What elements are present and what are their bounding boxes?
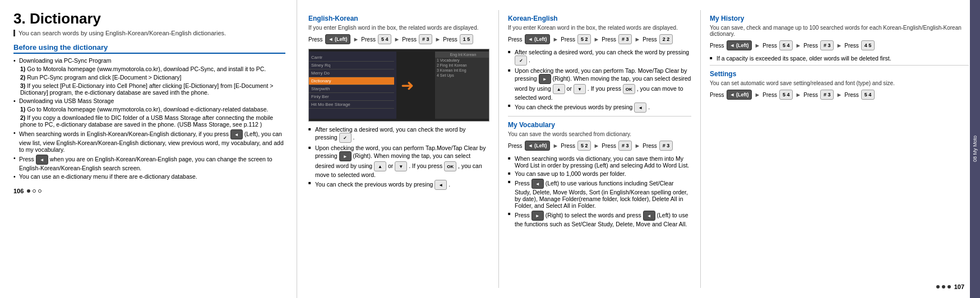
mh-btn-45[interactable]: 4 5 — [861, 40, 875, 50]
subtitle: You can search words by using English-Ko… — [13, 30, 285, 36]
settings-title: Settings — [710, 70, 969, 78]
arrow-3: ► — [434, 36, 441, 43]
st-press-word-4: Press — [844, 92, 859, 98]
bullet-press: Press ◄ when you are on English-Korean/K… — [13, 155, 285, 171]
ke-press-word-1: Press — [508, 36, 523, 43]
mv-btn-52[interactable]: 5 2 — [577, 141, 591, 151]
st-btn-hash3[interactable]: # 3 — [820, 90, 834, 100]
mh-btn-left[interactable]: ◄ (Left) — [727, 40, 752, 50]
panel-title: Eng Int Korean — [435, 52, 489, 58]
mh-press-word-1: Press — [710, 43, 724, 49]
my-vocab-desc: You can save the words searched from dic… — [508, 131, 691, 137]
kor-eng-bullet-1: After selecting a desired word, you can … — [508, 49, 691, 66]
mh-arrow-1: ► — [754, 42, 760, 49]
mh-arrow-2: ► — [795, 42, 801, 49]
dot3 — [38, 189, 41, 193]
btn-15[interactable]: 1 5 — [460, 34, 474, 44]
st-arrow-1: ► — [754, 91, 760, 98]
my-vocab-bullet-4: Press ► (Right) to select the words and … — [508, 211, 691, 227]
eng-kor-bullet-2: Upon checking the word, you can perform … — [308, 145, 489, 178]
english-korean-col: English-Korean If you enter English word… — [308, 10, 499, 288]
mv-btn-hash3b[interactable]: # 3 — [659, 141, 673, 151]
menu-dictionary: Dictionary — [309, 77, 394, 85]
mv-arrow-2: ► — [593, 142, 599, 149]
st-press-word-3: Press — [803, 92, 818, 98]
my-history-press-seq: Press ◄ (Left) ► Press 5 4 ► Press # 3 ►… — [710, 40, 969, 50]
eng-kor-bullet-1: After selecting a desired word, you can … — [308, 126, 489, 143]
settings-press-seq: Press ◄ (Left) ► Press 5 4 ► Press # 3 ►… — [710, 90, 969, 100]
bullet-edic: You can use an e-dictionary menu if ther… — [13, 173, 285, 180]
kor-eng-press-seq: Press ◄ (Left) ► Press 5 2 ► Press # 3 ►… — [508, 34, 691, 44]
mv-press-word-4: Press — [642, 143, 657, 149]
num-pc-3: 3) If you select [Put E-Dictionary into … — [13, 82, 285, 96]
mv-btn-left[interactable]: ◄ (Left) — [525, 141, 551, 151]
bullet-pc: Downloading via PC-Sync Program — [13, 57, 285, 64]
ke-arrow-2: ► — [593, 36, 599, 43]
screenshot-right-panel: Eng Int Korean 1 Vocabulary 2 Fing Int K… — [435, 52, 489, 119]
num-pc-1: 1) Go to Motorola homepage (www.mymotoro… — [13, 66, 285, 72]
screenshot-menu-panel: Carrir Silney Rq Merry Do Dictionary Sta… — [308, 52, 396, 119]
ke-press-word-3: Press — [602, 36, 616, 43]
history-settings-col: 08 My Moto My History You can save, chec… — [701, 10, 969, 288]
page-dots-left — [27, 189, 41, 193]
ke-btn-left[interactable]: ◄ (Left) — [525, 34, 551, 44]
menu-merry: Merry Do — [309, 69, 394, 77]
dot-r2 — [942, 285, 945, 288]
st-btn-54b[interactable]: 5 4 — [861, 90, 875, 100]
bullet-usb: Downloading via USB Mass Storage — [13, 97, 285, 104]
right-page: English-Korean If you enter English word… — [297, 0, 980, 298]
press-word-1: Press — [308, 36, 323, 43]
arrow-1: ► — [353, 36, 359, 43]
screenshot-area: Carrir Silney Rq Merry Do Dictionary Sta… — [308, 49, 489, 122]
mh-btn-hash3[interactable]: # 3 — [820, 40, 834, 50]
page-container: 3. Dictionary You can search words by us… — [0, 0, 980, 298]
st-btn-left[interactable]: ◄ (Left) — [727, 90, 752, 100]
mv-arrow-1: ► — [552, 142, 558, 149]
korean-english-col: Korean-English If you enter Korean word … — [499, 10, 701, 288]
ke-btn-hash3[interactable]: # 3 — [618, 34, 632, 44]
mv-btn-hash3[interactable]: # 3 — [618, 141, 632, 151]
dot2 — [33, 189, 36, 193]
btn-54[interactable]: 5 4 — [378, 34, 392, 44]
menu-finly: Finly Ber — [309, 93, 394, 101]
page-number-left: 106 — [13, 188, 41, 194]
panel-item-4: 4 Set Ups — [435, 73, 489, 78]
st-btn-54[interactable]: 5 4 — [779, 90, 793, 100]
ke-btn-22[interactable]: 2 2 — [659, 34, 673, 44]
ke-press-word-4: Press — [642, 36, 657, 43]
panel-item-2: 2 Fing Int Korean — [435, 63, 489, 68]
ke-btn-52[interactable]: 5 2 — [577, 34, 591, 44]
side-tab: 08 My Moto — [970, 0, 980, 298]
eng-kor-press-seq: Press ◄ (Left) ► Press 5 4 ► Press # 3 ►… — [308, 34, 489, 44]
my-vocab-title: My Vocabulary — [508, 121, 691, 129]
eng-kor-bullet-3: You can check the previous words by pres… — [308, 180, 489, 190]
num-usb-1: 1) Go to Motorola homepage (www.mymotoro… — [13, 106, 285, 113]
side-tab-label: 08 My Moto — [972, 136, 978, 162]
my-history-title: My History — [710, 15, 969, 22]
ke-arrow-1: ► — [552, 36, 558, 43]
mv-arrow-3: ► — [634, 142, 640, 149]
page-number-right: 107 — [954, 283, 964, 290]
page-dots-right — [936, 285, 951, 288]
st-press-word-2: Press — [762, 92, 777, 98]
press-word-4: Press — [443, 36, 457, 43]
press-word-3: Press — [402, 36, 417, 43]
mh-press-word-4: Press — [844, 43, 859, 49]
mh-press-word-3: Press — [803, 43, 818, 49]
kor-eng-bullet-3: You can check the previous words by pres… — [508, 103, 691, 113]
chapter-title: 3. Dictionary — [13, 10, 285, 27]
menu-silney: Silney Rq — [309, 62, 394, 69]
mh-btn-54[interactable]: 5 4 — [779, 40, 793, 50]
panel-item-1: 1 Vocabulary — [435, 58, 489, 63]
divider-1 — [508, 116, 691, 117]
my-vocab-bullet-1: When searching words via dictionary, you… — [508, 155, 691, 169]
mv-press-word-1: Press — [508, 143, 523, 149]
num-pc-2: 2) Run PC-Sync program and click [E-Docu… — [13, 74, 285, 81]
btn-hash3[interactable]: # 3 — [419, 34, 433, 44]
mh-press-word-2: Press — [762, 43, 777, 49]
menu-starpwith: Starpwith — [309, 85, 394, 93]
settings-desc: You can set automatic word save setting/… — [710, 80, 969, 86]
btn-left-1[interactable]: ◄ (Left) — [325, 34, 351, 44]
ke-arrow-3: ► — [634, 36, 640, 43]
mv-press-word-2: Press — [561, 143, 575, 149]
